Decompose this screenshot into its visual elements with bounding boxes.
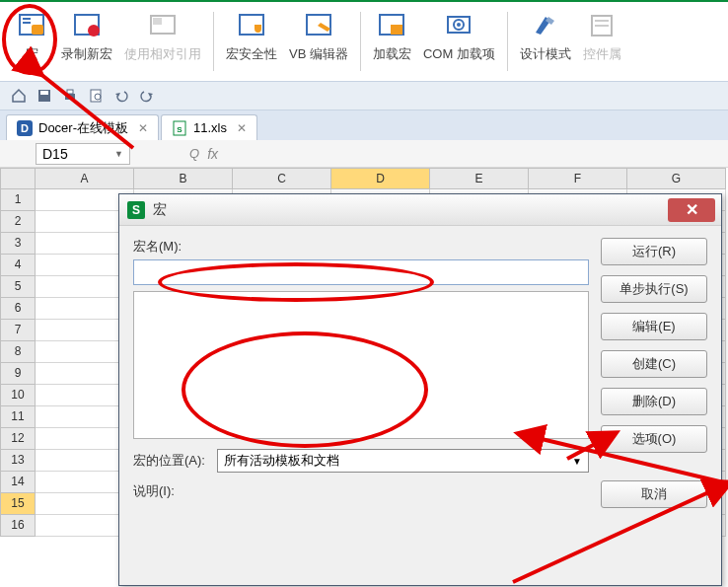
svg-point-5 [88,25,100,37]
ribbon-label: COM 加载项 [423,45,495,63]
row-header[interactable]: 16 [0,515,36,537]
ribbon-design-mode[interactable]: 设计模式 [520,8,571,63]
row-header[interactable]: 4 [0,255,36,276]
record-icon [69,8,105,43]
tab-file[interactable]: S 11.xls ✕ [161,114,257,140]
relative-icon [145,8,181,43]
quick-access-toolbar [0,81,728,110]
macro-dialog: S 宏 ✕ 宏名(M): 宏的位置(A): 所有活动模板和文档 ▼ 说明(I):… [118,193,722,586]
row-header[interactable]: 10 [0,385,36,406]
location-label: 宏的位置(A): [133,452,205,470]
name-box[interactable]: D15 ▼ [36,143,130,165]
dialog-left: 宏名(M): 宏的位置(A): 所有活动模板和文档 ▼ 说明(I): [133,238,589,508]
svg-rect-1 [23,18,31,20]
row-header[interactable]: 5 [0,276,36,298]
ribbon-record-macro[interactable]: 录制新宏 [61,8,112,63]
redo-icon[interactable] [136,85,158,107]
column-header[interactable]: F [529,168,627,189]
column-header[interactable]: B [134,168,233,189]
home-icon[interactable] [8,85,30,107]
close-icon[interactable]: ✕ [237,121,247,135]
row-header[interactable]: 13 [0,450,36,472]
run-button[interactable]: 运行(R) [601,238,707,265]
row-header[interactable]: 9 [0,363,36,385]
security-icon [234,8,269,43]
dialog-icon: S [127,201,145,219]
separator [213,12,214,71]
row-header[interactable]: 15 [0,493,36,515]
ribbon-addins[interactable]: 加载宏 [373,8,411,63]
column-header[interactable]: A [36,168,134,189]
fx-icon[interactable]: Q [189,146,199,161]
delete-button[interactable]: 删除(D) [601,388,707,415]
column-headers: ABCDEFG [36,168,728,189]
ribbon-label: 设计模式 [520,45,571,63]
close-button[interactable]: ✕ [668,198,715,222]
location-select[interactable]: 所有活动模板和文档 ▼ [217,449,589,473]
row-header[interactable]: 11 [0,406,36,428]
formula-bar: D15 ▼ Q fx [0,140,728,168]
preview-icon[interactable] [85,85,107,107]
ribbon-label: 宏安全性 [226,45,277,63]
cancel-button[interactable]: 取消 [601,480,707,508]
chevron-down-icon[interactable]: ▼ [114,149,123,159]
row-header[interactable]: 8 [0,341,36,363]
xls-icon: S [172,120,187,136]
row-header[interactable]: 6 [0,298,36,320]
tab-label: 11.xls [193,120,227,135]
svg-rect-7 [153,18,162,25]
svg-rect-21 [67,90,73,94]
props-icon [584,8,619,43]
svg-rect-2 [23,22,31,24]
ribbon-com-addins[interactable]: COM 加载项 [423,8,495,63]
dialog-body: 宏名(M): 宏的位置(A): 所有活动模板和文档 ▼ 说明(I): 运行(R)… [119,226,721,520]
chevron-down-icon: ▼ [572,456,582,467]
column-header[interactable]: G [627,168,726,189]
print-icon[interactable] [59,85,81,107]
row-header[interactable]: 14 [0,472,36,493]
row-header[interactable]: 3 [0,233,36,255]
macro-icon [14,8,49,43]
svg-rect-3 [32,25,43,35]
ribbon-label: 使用相对引用 [124,45,201,63]
create-button[interactable]: 创建(C) [601,350,707,378]
column-header[interactable]: D [331,168,430,189]
macro-list[interactable] [133,291,589,439]
step-button[interactable]: 单步执行(S) [601,275,707,303]
ribbon-control-props: 控件属 [583,8,621,63]
ribbon-macro[interactable]: 宏 [14,8,49,63]
ribbon: 宏 录制新宏 使用相对引用 宏安全性 VB 编辑器 加载宏 CO [0,0,728,81]
row-header[interactable]: 12 [0,428,36,450]
svg-rect-17 [595,25,609,27]
ribbon-macro-security[interactable]: 宏安全性 [226,8,277,63]
select-all-corner[interactable] [0,168,36,189]
save-icon[interactable] [34,85,55,107]
ribbon-vb-editor[interactable]: VB 编辑器 [289,8,348,63]
docer-icon: D [17,120,33,136]
dialog-buttons: 运行(R) 单步执行(S) 编辑(E) 创建(C) 删除(D) 选项(O) 取消 [589,238,707,508]
location-value: 所有活动模板和文档 [224,452,339,470]
macro-name-label: 宏名(M): [133,238,589,256]
svg-rect-22 [91,90,101,102]
row-header[interactable]: 7 [0,320,36,341]
svg-rect-19 [40,91,48,95]
fx-label[interactable]: fx [207,146,218,162]
undo-icon[interactable] [110,85,132,107]
close-icon[interactable]: ✕ [138,121,148,135]
vbe-icon [301,8,336,43]
svg-rect-20 [65,94,75,100]
row-header[interactable]: 1 [0,189,36,211]
ribbon-label: 控件属 [583,45,621,63]
svg-text:D: D [21,122,29,134]
macro-name-input[interactable] [133,259,589,285]
row-header[interactable]: 2 [0,211,36,233]
ribbon-relative-ref: 使用相对引用 [124,8,201,63]
edit-button[interactable]: 编辑(E) [601,313,707,340]
column-header[interactable]: E [430,168,529,189]
options-button[interactable]: 选项(O) [601,425,707,453]
addin-icon [374,8,409,43]
column-header[interactable]: C [233,168,331,189]
dialog-titlebar[interactable]: S 宏 ✕ [119,194,721,226]
tab-docer[interactable]: D Docer-在线模板 ✕ [6,114,159,140]
design-icon [528,8,563,43]
